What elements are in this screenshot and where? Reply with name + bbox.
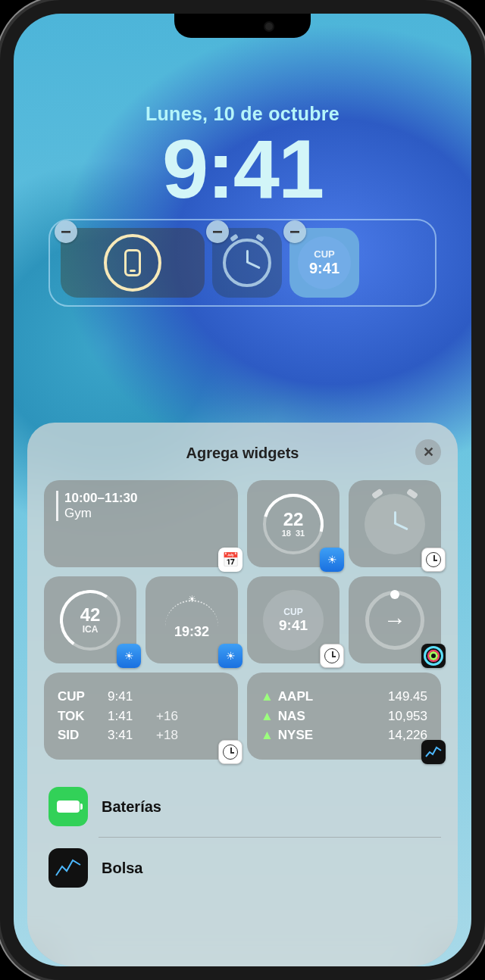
weather-app-icon: ☀: [117, 644, 141, 668]
lock-screen-header: Lunes, 10 de octubre 9:41: [14, 14, 471, 213]
app-row-stocks[interactable]: Bolsa: [44, 838, 441, 898]
clock-app-icon: [218, 740, 242, 764]
weather-app-icon: ☀: [320, 548, 344, 572]
stock-symbol: AAPL: [278, 689, 313, 704]
city-clock-widget-tile[interactable]: CUP 9:41: [247, 576, 340, 663]
lock-widget-bar[interactable]: − − − CUP: [48, 219, 436, 307]
app-name-label: Baterías: [102, 798, 161, 816]
stock-row: ▲AAPL 149.45: [261, 687, 427, 707]
app-name-label: Bolsa: [102, 860, 142, 877]
stocks-app-icon: [48, 848, 88, 888]
stock-value: 149.45: [388, 687, 427, 707]
wc-time: 1:41: [108, 707, 146, 726]
arrow-right-icon: →: [383, 607, 406, 633]
stocks-widget-tile[interactable]: ▲AAPL 149.45 ▲NAS 10,953 ▲NYSE 14,226: [247, 673, 441, 760]
stock-symbol: NYSE: [278, 728, 313, 742]
battery-widget[interactable]: [61, 228, 205, 298]
lock-widget-1[interactable]: −: [61, 228, 205, 298]
world-clock-row: TOK 1:41 +16: [58, 707, 224, 726]
lock-widget-2[interactable]: −: [212, 228, 282, 298]
temperature-hi: 31: [296, 529, 305, 538]
remove-widget-button[interactable]: −: [283, 220, 306, 243]
fitness-app-icon: [421, 644, 446, 668]
temperature-lo: 18: [282, 529, 291, 538]
phone-icon: [124, 249, 141, 276]
wc-city: CUP: [58, 687, 97, 707]
world-clock-row: SID 3:41 +18: [58, 726, 224, 745]
stock-dir-icon: ▲: [261, 728, 274, 742]
aqi-widget-tile[interactable]: 42 ICA ☀: [44, 576, 136, 663]
city-clock-time: 9:41: [279, 617, 308, 634]
event-time: 10:00–11:30: [64, 491, 137, 506]
world-clock-row: CUP 9:41: [58, 687, 224, 707]
widget-picker-panel: Agrega widgets ✕ 10:00–11:30 Gym 📅: [27, 423, 458, 966]
wc-offset: +16: [156, 707, 178, 726]
remove-widget-button[interactable]: −: [55, 220, 77, 243]
stock-dir-icon: ▲: [261, 689, 274, 704]
sunrise-arc-icon: [165, 600, 218, 627]
city-clock-label: CUP: [283, 607, 302, 617]
stock-row: ▲NYSE 14,226: [261, 726, 427, 745]
city-clock-time: 9:41: [309, 260, 340, 277]
stock-value: 10,953: [388, 707, 427, 726]
close-icon: ✕: [423, 444, 434, 460]
city-clock-label: CUP: [314, 248, 334, 260]
suggestions-grid: 10:00–11:30 Gym 📅 22 18 31 ☀: [44, 480, 441, 760]
temperature-gauge-icon: 22 18 31: [263, 494, 324, 554]
stocks-app-icon: [421, 740, 446, 764]
clock-app-icon: [421, 548, 446, 572]
aqi-gauge-icon: 42 ICA: [60, 590, 120, 651]
notch: [174, 14, 311, 38]
lock-time[interactable]: 9:41: [14, 125, 471, 213]
battery-ring-icon: [104, 234, 161, 292]
screen: Lunes, 10 de octubre 9:41 − −: [14, 14, 471, 966]
alarm-clock-icon: [365, 494, 425, 554]
wc-time: 3:41: [108, 726, 146, 745]
wc-city: TOK: [58, 707, 97, 726]
weather-temp-widget-tile[interactable]: 22 18 31 ☀: [247, 480, 340, 567]
wc-offset: +18: [156, 726, 178, 745]
weather-app-icon: ☀: [218, 644, 242, 668]
wc-time: 9:41: [108, 687, 146, 707]
stock-dir-icon: ▲: [261, 709, 274, 723]
calendar-widget-tile[interactable]: 10:00–11:30 Gym 📅: [44, 480, 238, 567]
panel-title: Agrega widgets: [186, 445, 299, 462]
calendar-app-icon: 📅: [218, 548, 242, 572]
alarm-widget-tile[interactable]: [349, 480, 441, 567]
aqi-label: ICA: [83, 624, 99, 635]
remove-widget-button[interactable]: −: [206, 220, 229, 243]
close-button[interactable]: ✕: [415, 439, 441, 465]
stock-row: ▲NAS 10,953: [261, 707, 427, 726]
phone-frame: Lunes, 10 de octubre 9:41 − −: [0, 0, 485, 980]
lock-widget-3[interactable]: − CUP 9:41: [289, 228, 359, 298]
clock-app-icon: [320, 644, 344, 668]
battery-app-icon: [48, 787, 88, 826]
wc-city: SID: [58, 726, 97, 745]
stock-symbol: NAS: [278, 709, 305, 723]
activity-ring-icon: →: [365, 591, 424, 650]
app-row-batteries[interactable]: Baterías: [44, 776, 441, 837]
world-clock-widget-tile[interactable]: CUP 9:41 TOK 1:41 +16 SID 3:41 +18: [44, 673, 238, 760]
event-name: Gym: [64, 506, 137, 521]
fitness-widget-tile[interactable]: →: [349, 576, 441, 663]
alarm-clock-icon: [223, 239, 271, 287]
sunrise-widget-tile[interactable]: 19:32 ☀: [146, 576, 238, 663]
app-list: Baterías Bolsa: [44, 776, 441, 898]
